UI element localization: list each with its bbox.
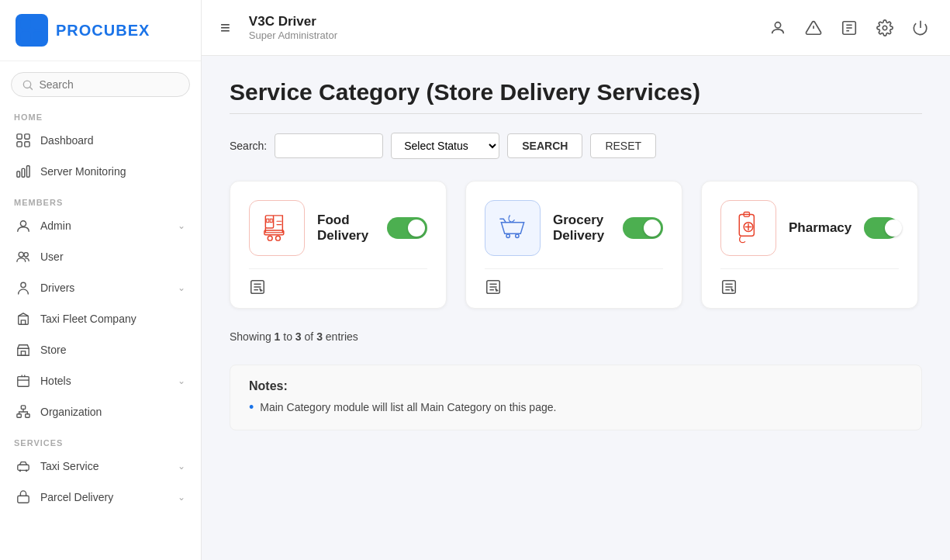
search-input[interactable] bbox=[39, 78, 178, 91]
alert-icon[interactable] bbox=[803, 17, 824, 39]
bar-chart-icon bbox=[16, 164, 31, 179]
grocery-delivery-toggle[interactable] bbox=[623, 217, 663, 239]
card-bottom bbox=[485, 268, 663, 296]
sidebar-item-label: Hotels bbox=[40, 375, 71, 387]
sidebar-item-taxi-service[interactable]: Taxi Service ⌄ bbox=[0, 451, 201, 482]
search-text-input[interactable] bbox=[275, 133, 383, 158]
sidebar-item-label: Store bbox=[40, 344, 66, 356]
status-select[interactable]: Select Status Active Inactive bbox=[391, 133, 499, 159]
svg-point-40 bbox=[268, 236, 272, 240]
edit-icon[interactable] bbox=[720, 278, 738, 296]
pharmacy-toggle[interactable] bbox=[864, 217, 899, 239]
taxi-icon bbox=[16, 458, 31, 474]
chevron-down-icon: ⌄ bbox=[178, 220, 185, 231]
svg-rect-52 bbox=[739, 214, 754, 236]
sidebar-item-dashboard[interactable]: Dashboard bbox=[0, 125, 201, 156]
sidebar-item-label: User bbox=[40, 251, 64, 263]
sidebar-item-label: Taxi Fleet Company bbox=[40, 313, 136, 325]
sidebar-item-drivers[interactable]: Drivers ⌄ bbox=[0, 272, 201, 303]
svg-point-13 bbox=[20, 221, 26, 226]
sidebar-item-store[interactable]: Store bbox=[0, 334, 201, 365]
svg-rect-1 bbox=[33, 19, 43, 29]
grocery-delivery-name: Grocery Delivery bbox=[553, 213, 610, 244]
notes-box: Notes: • Main Category module will list … bbox=[230, 365, 922, 430]
svg-rect-6 bbox=[17, 134, 22, 139]
notes-dot: • bbox=[249, 399, 254, 416]
svg-rect-8 bbox=[17, 142, 22, 147]
service-cards-row: Food Delivery bbox=[230, 181, 922, 309]
notes-title: Notes: bbox=[249, 379, 903, 393]
topbar-title: V3C Driver Super Administrator bbox=[249, 14, 755, 41]
search-button[interactable]: SEARCH bbox=[507, 133, 582, 158]
pharmacy-icon-box bbox=[720, 200, 776, 256]
edit-icon[interactable] bbox=[485, 278, 502, 296]
svg-rect-21 bbox=[17, 414, 21, 418]
logo-area: PROCUBEX bbox=[0, 0, 201, 61]
reset-button[interactable]: RESET bbox=[590, 133, 656, 158]
svg-point-15 bbox=[24, 253, 28, 257]
building-icon bbox=[16, 311, 31, 327]
pharmacy-icon bbox=[731, 211, 765, 245]
card-top: Pharmacy bbox=[720, 200, 899, 256]
main-area: ≡ V3C Driver Super Administrator bbox=[202, 0, 950, 560]
food-delivery-name: Food Delivery bbox=[317, 213, 375, 244]
svg-rect-37 bbox=[267, 219, 269, 222]
svg-rect-0 bbox=[21, 19, 30, 29]
users-icon bbox=[16, 249, 31, 264]
svg-rect-18 bbox=[21, 351, 25, 355]
sidebar-item-user[interactable]: User bbox=[0, 241, 201, 272]
svg-rect-7 bbox=[25, 134, 29, 139]
showing-text: Showing 1 to 3 of 3 entries bbox=[230, 330, 922, 343]
sidebar-item-admin[interactable]: Admin ⌄ bbox=[0, 210, 201, 241]
search-box[interactable] bbox=[11, 72, 190, 97]
logo-text: PROCUBEX bbox=[56, 22, 150, 40]
sidebar-item-label: Server Monitoring bbox=[40, 165, 126, 178]
notes-item: • Main Category module will list all Mai… bbox=[249, 401, 903, 416]
org-icon bbox=[16, 404, 31, 420]
notes-text: Main Category module will list all Main … bbox=[260, 401, 556, 413]
user-profile-icon[interactable] bbox=[767, 17, 789, 39]
sidebar-item-parcel-delivery[interactable]: Parcel Delivery ⌄ bbox=[0, 482, 201, 513]
svg-rect-11 bbox=[22, 168, 25, 177]
svg-rect-9 bbox=[25, 142, 29, 147]
service-card-pharmacy: Pharmacy bbox=[701, 181, 918, 309]
svg-point-34 bbox=[883, 26, 887, 30]
logo-icon bbox=[16, 14, 48, 47]
card-bottom bbox=[249, 268, 427, 296]
sidebar-item-label: Dashboard bbox=[40, 134, 94, 147]
section-label-services: SERVICES bbox=[0, 427, 201, 451]
sidebar: PROCUBEX HOME Dashboard bbox=[0, 0, 202, 560]
svg-line-5 bbox=[29, 87, 32, 89]
food-delivery-toggle[interactable] bbox=[387, 217, 427, 239]
card-top: Grocery Delivery bbox=[485, 200, 663, 256]
svg-point-24 bbox=[19, 470, 22, 472]
svg-rect-38 bbox=[270, 219, 272, 222]
edit-icon[interactable] bbox=[249, 278, 266, 296]
sidebar-item-organization[interactable]: Organization bbox=[0, 396, 201, 427]
menu-toggle-button[interactable]: ≡ bbox=[220, 18, 230, 38]
power-icon[interactable] bbox=[910, 17, 931, 39]
chevron-down-icon: ⌄ bbox=[178, 461, 185, 472]
sidebar-item-server-monitoring[interactable]: Server Monitoring bbox=[0, 156, 201, 187]
chevron-down-icon: ⌄ bbox=[178, 375, 185, 386]
sidebar-item-hotels[interactable]: Hotels ⌄ bbox=[0, 365, 201, 396]
service-card-food-delivery: Food Delivery bbox=[230, 181, 447, 309]
sidebar-item-label: Drivers bbox=[40, 282, 74, 294]
settings-icon[interactable] bbox=[874, 17, 896, 39]
page-title: Service Category (Store Delivery Service… bbox=[230, 79, 922, 105]
pharmacy-name: Pharmacy bbox=[789, 220, 852, 236]
sidebar-item-label: Taxi Service bbox=[40, 460, 98, 472]
app-title: V3C Driver bbox=[249, 14, 755, 29]
chevron-down-icon: ⌄ bbox=[178, 492, 185, 503]
sidebar-item-taxi-fleet[interactable]: Taxi Fleet Company bbox=[0, 303, 201, 334]
grocery-delivery-icon-box bbox=[485, 200, 541, 256]
sidebar-item-label: Parcel Delivery bbox=[40, 491, 113, 503]
food-delivery-icon-box bbox=[249, 200, 305, 256]
page-divider bbox=[230, 113, 922, 114]
svg-point-16 bbox=[21, 282, 26, 287]
store-icon bbox=[16, 342, 31, 358]
user-icon bbox=[16, 218, 31, 233]
notes-icon[interactable] bbox=[838, 17, 860, 39]
svg-rect-3 bbox=[33, 32, 43, 41]
chevron-down-icon: ⌄ bbox=[178, 282, 185, 293]
